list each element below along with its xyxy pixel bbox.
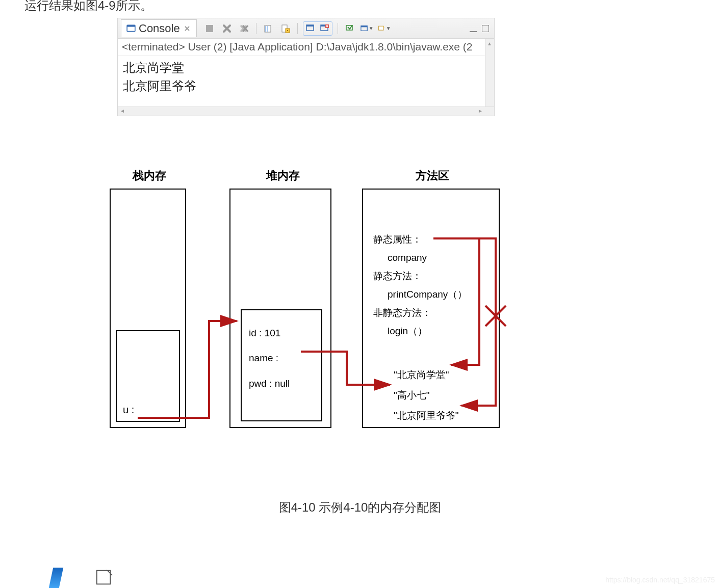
heap-field-pwd: pwd : null <box>249 371 314 396</box>
svg-point-8 <box>287 30 288 31</box>
clear-console-icon[interactable] <box>262 22 275 35</box>
stack-frame: u : <box>116 330 180 422</box>
console-output: 北京尚学堂 北京阿里爷爷 <box>118 56 494 106</box>
scroll-lock-icon[interactable] <box>279 22 292 35</box>
console-process-header: <terminated> User (2) [Java Application]… <box>118 39 494 56</box>
svg-rect-16 <box>361 25 367 27</box>
string-literal: "高小七" <box>394 385 459 406</box>
console-line: 北京尚学堂 <box>123 59 489 77</box>
stack-header: 栈内存 <box>133 168 166 183</box>
minimize-icon[interactable] <box>470 25 477 32</box>
close-icon[interactable] <box>183 24 191 33</box>
svg-rect-18 <box>97 571 111 584</box>
memory-diagram: 栈内存 堆内存 方法区 u : User id : 101 name : pwd… <box>97 163 525 433</box>
stop-icon[interactable] <box>203 22 216 35</box>
console-toolbar: ▼ ▼ <box>203 21 391 36</box>
console-panel: Console <box>117 18 495 116</box>
heap-object: id : 101 name : pwd : null <box>241 309 322 421</box>
maximize-icon[interactable] <box>482 25 489 32</box>
stack-memory-box: u : <box>110 189 186 428</box>
window-buttons <box>470 25 491 32</box>
console-line: 北京阿里爷爷 <box>123 77 489 95</box>
remove-all-icon[interactable] <box>238 22 251 35</box>
method-area-box: 静态属性： company 静态方法： printCompany（） 非静态方法… <box>362 189 500 428</box>
svg-rect-1 <box>127 25 135 26</box>
static-attr-value: company <box>373 249 467 267</box>
bottom-decoration <box>51 568 117 588</box>
console-titlebar: Console <box>118 18 494 39</box>
svg-rect-10 <box>306 25 314 26</box>
edit-icon <box>92 568 117 587</box>
svg-rect-2 <box>206 25 213 32</box>
heap-field-id: id : 101 <box>249 320 314 345</box>
intro-text: 运行结果如图4-9所示。 <box>0 0 720 14</box>
open-console-icon[interactable]: ▼ <box>378 22 391 35</box>
heap-header: 堆内存 <box>266 168 300 183</box>
svg-rect-17 <box>378 26 383 30</box>
pin-console-icon[interactable] <box>343 22 356 35</box>
console-icon <box>126 24 136 33</box>
show-on-error-icon[interactable] <box>318 22 332 35</box>
string-literal: "北京阿里爷爷" <box>394 406 459 426</box>
remove-icon[interactable] <box>220 22 234 35</box>
watermark: https://blog.csdn.net/qq_31821675 <box>605 576 715 584</box>
string-literal: "北京尚学堂" <box>394 365 459 385</box>
horizontal-scrollbar[interactable]: ◄ ► <box>118 106 494 116</box>
console-tab[interactable]: Console <box>121 19 197 37</box>
instance-method-value: login（） <box>373 322 467 340</box>
method-area-content: 静态属性： company 静态方法： printCompany（） 非静态方法… <box>373 230 467 341</box>
deco-mark-icon <box>49 568 64 588</box>
method-area-header: 方法区 <box>416 168 449 183</box>
static-attr-label: 静态属性： <box>373 230 467 249</box>
string-pool: "北京尚学堂" "高小七" "北京阿里爷爷" <box>394 365 459 426</box>
display-selected-console-icon[interactable]: ▼ <box>361 22 374 35</box>
svg-rect-4 <box>265 26 266 32</box>
svg-rect-5 <box>267 26 268 32</box>
figure-caption: 图4-10 示例4-10的内存分配图 <box>0 499 720 516</box>
show-on-output-icon[interactable] <box>303 22 318 35</box>
static-method-value: printCompany（） <box>373 285 467 304</box>
vertical-scrollbar[interactable]: ▲ <box>485 39 494 106</box>
instance-method-label: 非静态方法： <box>373 304 467 322</box>
heap-memory-box: id : 101 name : pwd : null <box>229 189 331 428</box>
console-tab-label: Console <box>139 22 180 35</box>
static-method-label: 静态方法： <box>373 267 467 285</box>
stack-ref-label: u : <box>123 404 134 416</box>
heap-field-name: name : <box>249 345 314 370</box>
